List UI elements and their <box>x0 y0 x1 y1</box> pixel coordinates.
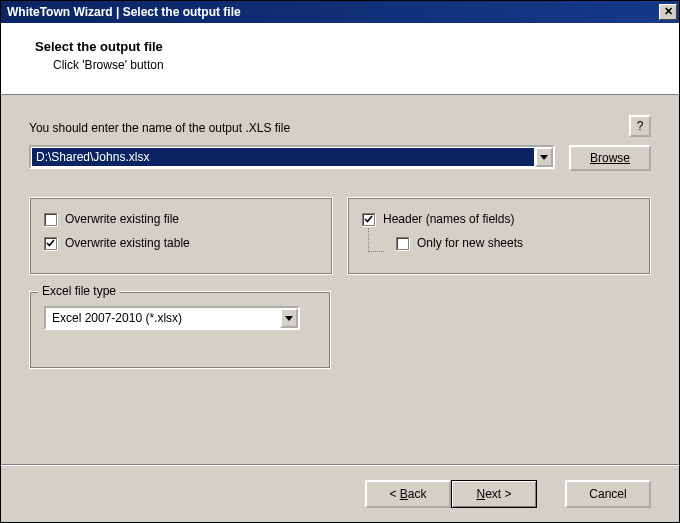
help-button[interactable]: ? <box>629 115 651 137</box>
chevron-down-icon <box>285 316 293 321</box>
output-path-combo[interactable]: D:\Shared\Johns.xlsx <box>29 145 555 169</box>
chevron-down-icon <box>540 155 548 160</box>
filetype-select[interactable]: Excel 2007-2010 (*.xlsx) <box>44 306 300 330</box>
only-new-sheets-checkbox[interactable] <box>396 237 409 250</box>
filetype-selected: Excel 2007-2010 (*.xlsx) <box>46 308 280 328</box>
header-fields-label: Header (names of fields) <box>383 212 514 226</box>
page-subtitle: Click 'Browse' button <box>35 58 679 72</box>
wizard-header: Select the output file Click 'Browse' bu… <box>1 23 679 95</box>
overwrite-table-checkbox[interactable] <box>44 237 57 250</box>
header-group: Header (names of fields) Only for new sh… <box>347 197 651 275</box>
browse-button[interactable]: Browse <box>569 145 651 171</box>
close-icon: ✕ <box>664 5 673 17</box>
filetype-group: Excel file type Excel 2007-2010 (*.xlsx) <box>29 291 331 369</box>
footer-spacer <box>537 480 565 508</box>
page-title: Select the output file <box>35 39 679 54</box>
options-row: Overwrite existing file Overwrite existi… <box>29 197 651 275</box>
only-new-sheets-label: Only for new sheets <box>417 236 523 250</box>
titlebar: WhiteTown Wizard | Select the output fil… <box>1 1 679 23</box>
cancel-button[interactable]: Cancel <box>565 480 651 508</box>
wizard-content: You should enter the name of the output … <box>1 95 679 465</box>
titlebar-text: WhiteTown Wizard | Select the output fil… <box>7 5 659 19</box>
overwrite-file-checkbox[interactable] <box>44 213 57 226</box>
overwrite-group: Overwrite existing file Overwrite existi… <box>29 197 333 275</box>
combo-dropdown-button[interactable] <box>535 147 553 167</box>
wizard-window: WhiteTown Wizard | Select the output fil… <box>0 0 680 523</box>
output-path-value[interactable]: D:\Shared\Johns.xlsx <box>32 148 534 166</box>
overwrite-file-row[interactable]: Overwrite existing file <box>44 212 318 226</box>
instruction-text: You should enter the name of the output … <box>29 121 651 135</box>
next-button[interactable]: Next > <box>451 480 537 508</box>
overwrite-table-row[interactable]: Overwrite existing table <box>44 236 318 250</box>
header-fields-row[interactable]: Header (names of fields) <box>362 212 636 226</box>
filetype-legend: Excel file type <box>38 284 120 298</box>
wizard-footer: < Back Next > Cancel <box>1 465 679 522</box>
close-button[interactable]: ✕ <box>659 4 677 20</box>
filetype-dropdown-button[interactable] <box>280 308 298 328</box>
overwrite-table-label: Overwrite existing table <box>65 236 190 250</box>
back-button[interactable]: < Back <box>365 480 451 508</box>
output-path-row: D:\Shared\Johns.xlsx Browse <box>29 145 651 171</box>
only-new-sheets-row[interactable]: Only for new sheets <box>396 236 636 250</box>
header-fields-checkbox[interactable] <box>362 213 375 226</box>
overwrite-file-label: Overwrite existing file <box>65 212 179 226</box>
tree-connector-icon <box>368 228 384 252</box>
